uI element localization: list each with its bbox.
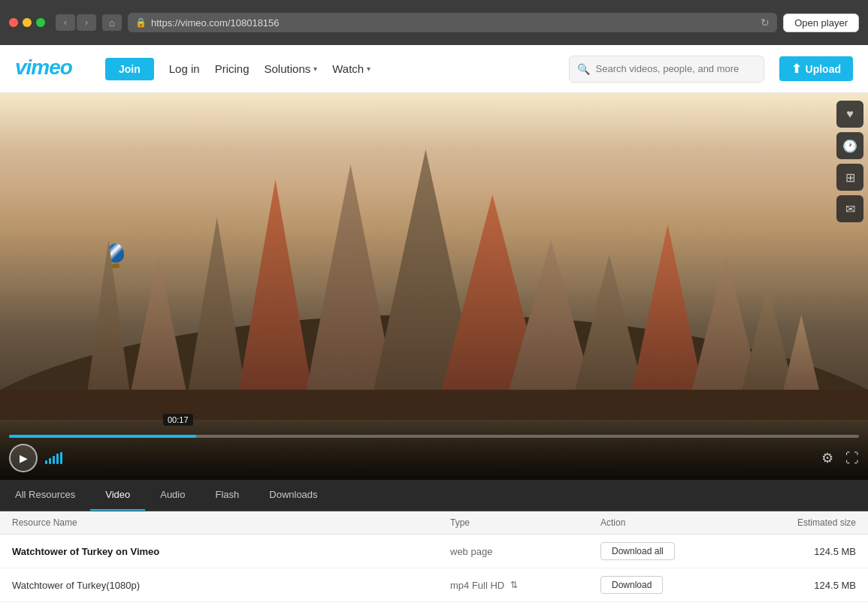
watch-arrow-icon: ▾	[367, 65, 370, 73]
col-resource-name: Resource Name	[12, 517, 450, 528]
tab-flash[interactable]: Flash	[200, 480, 254, 511]
tab-video[interactable]: Video	[90, 480, 145, 511]
resource-size-1: 124.5 MB	[736, 546, 856, 557]
progress-area[interactable]: 00:17	[9, 435, 859, 438]
site-header: vimeo Join Log in Pricing Solutions ▾ Wa…	[0, 45, 868, 93]
search-input[interactable]	[596, 63, 746, 74]
vimeo-logo[interactable]: vimeo	[15, 55, 83, 83]
table-row: Watchtower of Turkey(1080p) mp4 Full HD …	[0, 568, 868, 602]
quality-dropdown[interactable]: ⇅	[510, 580, 518, 590]
resource-type-cell-2: mp4 Full HD ⇅	[450, 580, 600, 591]
browser-chrome: ‹ › ⌂ 🔒 https://vimeo.com/108018156 ↻ Op…	[0, 0, 868, 45]
resource-name-2: Watchtower of Turkey(1080p)	[12, 580, 450, 591]
forward-button[interactable]: ›	[77, 14, 96, 31]
address-bar[interactable]: 🔒 https://vimeo.com/108018156 ↻	[128, 13, 777, 32]
fullscreen-button[interactable]: ⛶	[845, 451, 859, 466]
table-row: Watchtower of Turkey on Vimeo web page D…	[0, 535, 868, 568]
like-button[interactable]: ♥	[836, 101, 863, 128]
progress-fill	[9, 435, 196, 438]
back-button[interactable]: ‹	[56, 14, 75, 31]
url-display: https://vimeo.com/108018156	[151, 17, 280, 29]
tab-all-resources[interactable]: All Resources	[0, 480, 90, 511]
col-size: Estimated size	[736, 517, 856, 528]
search-bar[interactable]: 🔍	[569, 56, 764, 83]
resource-type-1: web page	[450, 546, 600, 557]
vol-bar-4	[56, 454, 59, 464]
video-player[interactable]: ♥ 🕐 ⊞ ✉ 00:17 ▶ ⚙	[0, 93, 868, 480]
close-window-button[interactable]	[9, 18, 18, 27]
download-all-button[interactable]: Download all	[600, 542, 675, 560]
resource-table: Resource Name Type Action Estimated size…	[0, 511, 868, 602]
download-button[interactable]: Download	[600, 576, 663, 594]
col-action: Action	[600, 517, 736, 528]
progress-track[interactable]	[9, 435, 859, 438]
watch-link[interactable]: Watch ▾	[332, 62, 370, 75]
nav-arrows: ‹ ›	[56, 14, 96, 31]
minimize-window-button[interactable]	[23, 18, 32, 27]
video-sidebar: ♥ 🕐 ⊞ ✉	[830, 93, 868, 420]
volume-indicator[interactable]	[45, 452, 62, 464]
vol-bar-3	[53, 456, 55, 464]
resource-size-2: 124.5 MB	[736, 580, 856, 591]
svg-marker-5	[234, 179, 317, 420]
resource-name-1: Watchtower of Turkey on Vimeo	[12, 546, 450, 557]
upload-button[interactable]: ⬆ Upload	[779, 56, 853, 81]
landscape-svg	[0, 104, 868, 420]
resource-tabs: All Resources Video Audio Flash Download…	[0, 480, 868, 511]
resource-action-1: Download all	[600, 542, 736, 560]
svg-rect-15	[0, 390, 868, 420]
table-header: Resource Name Type Action Estimated size	[0, 511, 868, 535]
open-player-button[interactable]: Open player	[783, 14, 859, 32]
video-controls: 00:17 ▶ ⚙ ⛶	[0, 420, 868, 480]
watchlater-button[interactable]: 🕐	[836, 132, 863, 159]
log-in-link[interactable]: Log in	[169, 62, 200, 75]
resource-action-2: Download	[600, 576, 736, 594]
maximize-window-button[interactable]	[36, 18, 45, 27]
upload-icon: ⬆	[791, 62, 801, 76]
traffic-lights	[9, 18, 45, 27]
resource-type-2: mp4 Full HD	[450, 580, 504, 591]
home-button[interactable]: ⌂	[102, 14, 122, 31]
vol-bar-5	[60, 452, 62, 464]
page-content: vimeo Join Log in Pricing Solutions ▾ Wa…	[0, 45, 868, 603]
time-tooltip: 00:17	[163, 414, 193, 426]
col-type: Type	[450, 517, 600, 528]
play-button[interactable]: ▶	[9, 444, 38, 472]
join-button[interactable]: Join	[105, 58, 154, 80]
refresh-button[interactable]: ↻	[761, 17, 770, 29]
vol-bar-2	[49, 458, 51, 464]
svg-text:vimeo: vimeo	[15, 56, 73, 77]
solutions-link[interactable]: Solutions ▾	[265, 62, 318, 75]
share-button[interactable]: ✉	[836, 195, 863, 222]
tab-audio[interactable]: Audio	[145, 480, 200, 511]
pricing-link[interactable]: Pricing	[215, 62, 250, 75]
search-icon: 🔍	[577, 63, 590, 75]
settings-button[interactable]: ⚙	[821, 450, 833, 466]
vol-bar-1	[45, 460, 47, 464]
collections-button[interactable]: ⊞	[836, 164, 863, 191]
controls-row: ▶ ⚙ ⛶	[9, 444, 859, 472]
solutions-arrow-icon: ▾	[313, 65, 317, 73]
tab-downloads[interactable]: Downloads	[254, 480, 332, 511]
